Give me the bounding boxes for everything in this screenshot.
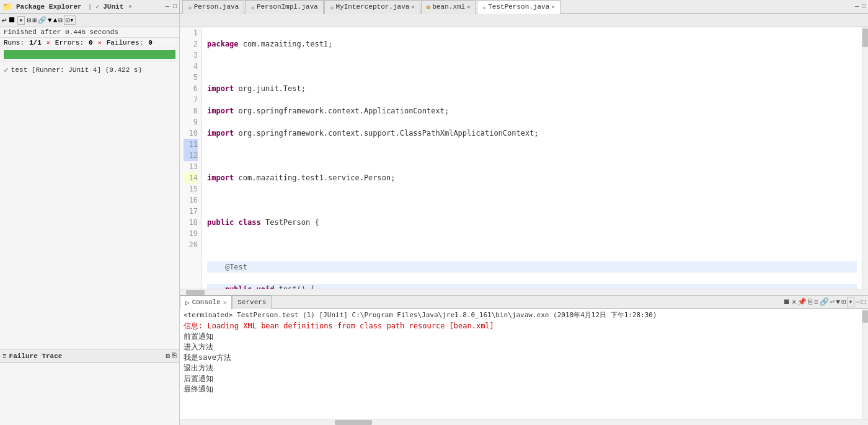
console-line-error: 信息: Loading XML bean definitions from cl… [184,321,858,331]
code-line-6 [207,150,857,161]
xml-file-icon: ⊛ [427,3,431,11]
tab-testperson-java[interactable]: ☕ TestPerson.java ✕ [477,0,560,14]
junit-toolbar: ↩ ⏹ ▾ ⊡ ⊞ 🔗 ▼ ▲ ⊟ ⊡▾ [0,14,180,27]
console-min-btn[interactable]: — [856,298,860,307]
console-line-4: 退出方法 [184,363,858,374]
console-panel: ▷ Console ✕ Servers ⏹ ✕ 📌 ⎘ ≡ 🔗 ↩ [180,295,868,425]
tab-personimpl-java[interactable]: ☕ PersonImpl.java [245,0,324,14]
ft-filter-btn[interactable]: ⊡ [166,352,170,360]
editor-scrollbar[interactable] [862,27,868,289]
toolbar-next-btn[interactable]: ▼ [48,17,52,24]
code-line-9: public class TestPerson { [207,217,857,228]
junit-tab-title: JUnit [103,3,123,11]
console-body-wrapper: <terminated> TestPerson.test (1) [JUnit]… [180,309,868,419]
console-link-btn[interactable]: 🔗 [820,297,829,307]
toolbar-stop-btn[interactable]: ⏹ [8,15,16,25]
toolbar-history-btn[interactable]: ▾ [17,16,25,25]
console-layout-btn[interactable]: ⊡ [841,297,846,307]
console-bar-btn[interactable]: ≡ [813,298,818,307]
line-numbers: 12345 678910 1112 131415 1617181920 [180,27,202,289]
console-wrap-btn[interactable]: ↩ [830,297,835,307]
progress-bar-container [0,48,179,61]
failure-trace-controls: ⊡ ⎘ [166,352,177,360]
progress-bar [4,50,175,59]
toolbar-prev-btn[interactable]: ▲ [53,17,58,24]
tab-person-java[interactable]: ☕ Person.java [182,0,244,14]
console-line-2: 进入方法 [184,342,858,353]
console-tab-label: Console [192,299,221,306]
code-line-5: import org.springframework.context.suppo… [207,128,857,139]
line6-text: 最终通知 [184,385,213,393]
failure-trace-icon: ≡ [2,353,7,360]
console-line-5: 后置通知 [184,374,858,384]
console-line-3: 我是save方法 [184,353,858,363]
code-line-2 [207,61,857,72]
test-results-area: ✓ test [Runner: JUnit 4] (0.422 s) [0,61,179,349]
toolbar-link-btn[interactable]: 🔗 [38,16,46,24]
test-item[interactable]: ✓ test [Runner: JUnit 4] (0.422 s) [0,64,179,76]
code-line-12: public void test() { [207,284,857,289]
failure-trace-header: ≡ Failure Trace ⊡ ⎘ [0,349,179,363]
editor-hscrollbar[interactable] [180,289,868,295]
failure-trace-title: Failure Trace [9,353,63,360]
minimize-btn[interactable]: — [166,3,169,10]
failures-icon: ✕ [98,39,102,46]
toolbar-filter2-btn[interactable]: ⊞ [32,16,37,24]
code-line-1: package com.mazaiting.test1; [207,38,857,50]
bean-close[interactable]: ✕ [467,4,470,11]
code-line-10 [207,239,857,250]
java-file-icon: ☕ [188,3,192,11]
tab-myinterceptor-java[interactable]: ☕ MyInterceptor.java ✕ [324,0,420,14]
console-hscroll-thumb [335,420,372,425]
console-split-btn[interactable]: ▾ [847,297,854,307]
console-scroll-thumb [862,310,868,323]
code-content: package com.mazaiting.test1; import org.… [202,27,862,289]
line4-text: 退出方法 [184,364,213,372]
toolbar-rerun-btn[interactable]: ↩ [2,15,7,25]
failure-trace-body [0,363,179,425]
code-line-7: import com.mazaiting.test1.service.Perso… [207,172,857,183]
code-editor[interactable]: 12345 678910 1112 131415 1617181920 pack… [180,27,868,289]
line3-text: 我是save方法 [184,353,231,362]
failures-value: 0 [148,39,153,46]
line1-text: 前置通知 [184,332,213,341]
console-max-btn[interactable]: □ [861,298,866,307]
console-copy-btn[interactable]: ⎘ [808,298,812,307]
editor-minimize[interactable]: — [855,3,859,10]
tab-bean-xml[interactable]: ⊛ bean.xml ✕ [421,0,476,14]
console-tab-x: ✕ [223,299,226,306]
java-file-icon2: ☕ [250,3,255,11]
terminated-text: <terminated> TestPerson.test (1) [JUnit]… [184,311,657,319]
left-panel-header: 📁 Package Explorer | ✓ JUnit ✕ — □ [0,0,180,13]
servers-tab-label: Servers [237,299,266,306]
console-pin-btn[interactable]: 📌 [797,297,807,307]
toolbar-filter-btn[interactable]: ⊡ [27,16,32,24]
console-stop-btn[interactable]: ⏹ [783,297,790,307]
code-line-11: @Test [207,261,857,273]
failures-label: Failures: [107,39,143,46]
separator: | [88,3,92,11]
console-scrollbar[interactable] [862,309,868,419]
editor-tabs-area: ☕ Person.java ☕ PersonImpl.java ☕ MyInte… [180,0,868,13]
tab-label-myinterceptor: MyInterceptor.java [336,3,410,11]
console-scroll-btn[interactable]: ▼ [836,298,840,307]
junit-close-btn[interactable]: ✕ [128,3,131,10]
failure-trace-panel: ≡ Failure Trace ⊡ ⎘ [0,349,179,425]
editor-maximize[interactable]: □ [862,3,866,10]
toolbar-collapse-btn[interactable]: ⊟ [58,16,63,24]
ft-copy-btn[interactable]: ⎘ [172,352,177,360]
code-line-8 [207,195,857,206]
tab-servers[interactable]: Servers [232,296,272,309]
package-explorer-title: Package Explorer [16,3,82,11]
console-clear-btn[interactable]: ✕ [792,297,796,307]
tab-console[interactable]: ▷ Console ✕ [180,296,232,310]
errors-value: 0 [89,39,93,46]
myinterceptor-close[interactable]: ✕ [411,4,414,11]
toolbar-layout-btn[interactable]: ⊡▾ [64,15,76,25]
left-panel: Finished after 0.446 seconds Runs: 1/1 ✕… [0,27,180,425]
test-ok-icon: ✓ [4,65,9,75]
package-explorer-icon: 📁 [2,2,12,12]
maximize-btn[interactable]: □ [173,3,177,10]
console-hscrollbar[interactable] [180,419,868,425]
testperson-close[interactable]: ✕ [551,4,554,11]
